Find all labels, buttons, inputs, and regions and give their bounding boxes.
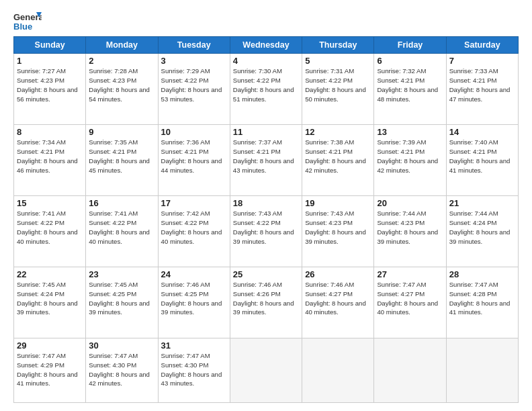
day-info: Sunrise: 7:46 AMSunset: 4:26 PMDaylight:… [233, 281, 294, 316]
calendar-cell: 28 Sunrise: 7:47 AMSunset: 4:28 PMDaylig… [446, 267, 518, 338]
header-wednesday: Wednesday [230, 37, 302, 54]
calendar-week-row: 29 Sunrise: 7:47 AMSunset: 4:29 PMDaylig… [14, 338, 519, 402]
day-info: Sunrise: 7:35 AMSunset: 4:21 PMDaylight:… [89, 138, 150, 174]
day-number: 19 [305, 198, 371, 208]
day-info: Sunrise: 7:45 AMSunset: 4:24 PMDaylight:… [17, 281, 78, 316]
calendar-cell: 22 Sunrise: 7:45 AMSunset: 4:24 PMDaylig… [14, 267, 86, 338]
day-info: Sunrise: 7:46 AMSunset: 4:27 PMDaylight:… [305, 281, 366, 316]
header-tuesday: Tuesday [158, 37, 230, 54]
calendar-cell: 19 Sunrise: 7:43 AMSunset: 4:23 PMDaylig… [302, 195, 374, 267]
day-number: 10 [161, 127, 227, 137]
calendar-cell: 25 Sunrise: 7:46 AMSunset: 4:26 PMDaylig… [230, 267, 302, 338]
calendar-cell: 13 Sunrise: 7:39 AMSunset: 4:21 PMDaylig… [374, 124, 446, 195]
calendar-cell: 11 Sunrise: 7:37 AMSunset: 4:21 PMDaylig… [230, 124, 302, 195]
day-info: Sunrise: 7:28 AMSunset: 4:23 PMDaylight:… [89, 67, 150, 103]
calendar-cell: 4 Sunrise: 7:30 AMSunset: 4:22 PMDayligh… [230, 54, 302, 125]
header-monday: Monday [86, 37, 158, 54]
day-info: Sunrise: 7:47 AMSunset: 4:28 PMDaylight:… [449, 281, 511, 316]
day-info: Sunrise: 7:41 AMSunset: 4:22 PMDaylight:… [17, 210, 78, 245]
calendar-cell: 14 Sunrise: 7:40 AMSunset: 4:21 PMDaylig… [446, 124, 518, 195]
calendar-cell: 20 Sunrise: 7:44 AMSunset: 4:23 PMDaylig… [374, 195, 446, 267]
day-number: 25 [233, 269, 299, 279]
calendar-cell: 5 Sunrise: 7:31 AMSunset: 4:22 PMDayligh… [302, 54, 374, 125]
day-number: 24 [161, 269, 227, 279]
day-info: Sunrise: 7:38 AMSunset: 4:21 PMDaylight:… [305, 138, 366, 174]
day-number: 3 [161, 56, 227, 66]
header-sunday: Sunday [14, 37, 86, 54]
day-info: Sunrise: 7:47 AMSunset: 4:30 PMDaylight:… [89, 352, 150, 387]
calendar-cell: 24 Sunrise: 7:46 AMSunset: 4:25 PMDaylig… [158, 267, 230, 338]
day-number: 14 [449, 127, 515, 137]
calendar-week-row: 8 Sunrise: 7:34 AMSunset: 4:21 PMDayligh… [14, 124, 519, 195]
calendar-cell: 6 Sunrise: 7:32 AMSunset: 4:21 PMDayligh… [374, 54, 446, 125]
header-friday: Friday [374, 37, 446, 54]
day-info: Sunrise: 7:43 AMSunset: 4:23 PMDaylight:… [305, 210, 366, 245]
calendar-cell: 18 Sunrise: 7:43 AMSunset: 4:22 PMDaylig… [230, 195, 302, 267]
logo: General Blue [13, 11, 42, 34]
calendar-cell: 15 Sunrise: 7:41 AMSunset: 4:22 PMDaylig… [14, 195, 86, 267]
calendar-cell: 16 Sunrise: 7:41 AMSunset: 4:22 PMDaylig… [86, 195, 158, 267]
day-info: Sunrise: 7:44 AMSunset: 4:24 PMDaylight:… [449, 210, 511, 245]
header: General Blue [13, 11, 519, 34]
header-thursday: Thursday [302, 37, 374, 54]
header-saturday: Saturday [446, 37, 518, 54]
day-info: Sunrise: 7:44 AMSunset: 4:23 PMDaylight:… [377, 210, 438, 245]
calendar-week-row: 22 Sunrise: 7:45 AMSunset: 4:24 PMDaylig… [14, 267, 519, 338]
day-number: 23 [89, 269, 154, 279]
calendar-cell: 27 Sunrise: 7:47 AMSunset: 4:27 PMDaylig… [374, 267, 446, 338]
calendar-cell: 23 Sunrise: 7:45 AMSunset: 4:25 PMDaylig… [86, 267, 158, 338]
day-info: Sunrise: 7:36 AMSunset: 4:21 PMDaylight:… [161, 138, 222, 174]
calendar-cell: 10 Sunrise: 7:36 AMSunset: 4:21 PMDaylig… [158, 124, 230, 195]
day-number: 5 [305, 56, 371, 66]
day-number: 30 [89, 340, 154, 351]
day-info: Sunrise: 7:29 AMSunset: 4:22 PMDaylight:… [161, 67, 222, 103]
calendar-cell [302, 338, 374, 402]
logo-svg: General Blue [13, 11, 42, 34]
day-number: 17 [161, 198, 227, 208]
calendar-cell: 9 Sunrise: 7:35 AMSunset: 4:21 PMDayligh… [86, 124, 158, 195]
svg-text:Blue: Blue [13, 21, 32, 32]
day-number: 13 [377, 127, 443, 137]
day-number: 28 [449, 269, 515, 279]
calendar-cell: 2 Sunrise: 7:28 AMSunset: 4:23 PMDayligh… [86, 54, 158, 125]
day-number: 20 [377, 198, 443, 208]
day-info: Sunrise: 7:47 AMSunset: 4:29 PMDaylight:… [17, 352, 78, 387]
calendar-cell: 26 Sunrise: 7:46 AMSunset: 4:27 PMDaylig… [302, 267, 374, 338]
day-number: 8 [17, 127, 83, 137]
day-number: 16 [89, 198, 154, 208]
day-number: 31 [161, 340, 227, 351]
day-number: 15 [17, 198, 83, 208]
calendar-cell [446, 338, 518, 402]
day-number: 12 [305, 127, 371, 137]
day-number: 11 [233, 127, 299, 137]
calendar-header-row: SundayMondayTuesdayWednesdayThursdayFrid… [14, 37, 519, 54]
calendar-cell: 7 Sunrise: 7:33 AMSunset: 4:21 PMDayligh… [446, 54, 518, 125]
day-info: Sunrise: 7:39 AMSunset: 4:21 PMDaylight:… [377, 138, 438, 174]
day-number: 26 [305, 269, 371, 279]
calendar-week-row: 15 Sunrise: 7:41 AMSunset: 4:22 PMDaylig… [14, 195, 519, 267]
page: General Blue SundayMondayTuesdayWednesda… [0, 0, 532, 411]
day-number: 1 [17, 56, 83, 66]
day-number: 29 [17, 340, 83, 351]
day-info: Sunrise: 7:31 AMSunset: 4:22 PMDaylight:… [305, 67, 366, 103]
day-info: Sunrise: 7:47 AMSunset: 4:30 PMDaylight:… [161, 352, 222, 387]
day-info: Sunrise: 7:33 AMSunset: 4:21 PMDaylight:… [449, 67, 511, 103]
calendar-cell: 17 Sunrise: 7:42 AMSunset: 4:22 PMDaylig… [158, 195, 230, 267]
day-info: Sunrise: 7:43 AMSunset: 4:22 PMDaylight:… [233, 210, 294, 245]
day-number: 27 [377, 269, 443, 279]
calendar-cell: 21 Sunrise: 7:44 AMSunset: 4:24 PMDaylig… [446, 195, 518, 267]
calendar-cell [230, 338, 302, 402]
day-number: 21 [449, 198, 515, 208]
day-number: 4 [233, 56, 299, 66]
day-info: Sunrise: 7:41 AMSunset: 4:22 PMDaylight:… [89, 210, 150, 245]
calendar-cell: 30 Sunrise: 7:47 AMSunset: 4:30 PMDaylig… [86, 338, 158, 402]
day-info: Sunrise: 7:32 AMSunset: 4:21 PMDaylight:… [377, 67, 438, 103]
day-info: Sunrise: 7:40 AMSunset: 4:21 PMDaylight:… [449, 138, 511, 174]
day-info: Sunrise: 7:27 AMSunset: 4:23 PMDaylight:… [17, 67, 78, 103]
day-number: 22 [17, 269, 83, 279]
day-info: Sunrise: 7:30 AMSunset: 4:22 PMDaylight:… [233, 67, 294, 103]
calendar-cell: 29 Sunrise: 7:47 AMSunset: 4:29 PMDaylig… [14, 338, 86, 402]
day-info: Sunrise: 7:34 AMSunset: 4:21 PMDaylight:… [17, 138, 78, 174]
calendar-cell: 8 Sunrise: 7:34 AMSunset: 4:21 PMDayligh… [14, 124, 86, 195]
calendar-cell: 1 Sunrise: 7:27 AMSunset: 4:23 PMDayligh… [14, 54, 86, 125]
